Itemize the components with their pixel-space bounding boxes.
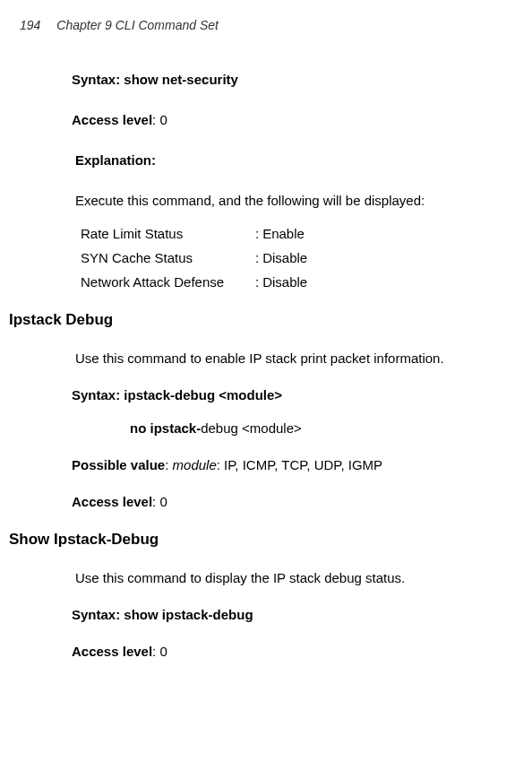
ipstack-desc: Use this command to enable IP stack prin… [0, 351, 532, 366]
access-level-line: Access level: 0 [0, 494, 532, 509]
access-value: : 0 [152, 494, 167, 509]
output-value: Enable [262, 226, 305, 241]
output-sep: : [255, 250, 259, 265]
access-label: Access level [72, 494, 152, 509]
syntax-line: Syntax: show net-security [0, 72, 532, 87]
page-header: 194 Chapter 9 CLI Command Set [0, 0, 532, 37]
output-row: Network Attack Defense : Disable [81, 274, 532, 290]
output-row: Rate Limit Status : Enable [81, 226, 532, 241]
output-value: Disable [262, 250, 307, 265]
header-dots: . . . . . . . [0, 36, 49, 43]
possible-italic: module [173, 457, 217, 472]
show-ipstack-desc: Use this command to display the IP stack… [0, 570, 532, 585]
syntax-line: Syntax: show ipstack-debug [0, 607, 532, 622]
chapter-title: Chapter 9 CLI Command Set [56, 18, 219, 32]
syntax-label: Syntax: [72, 607, 120, 622]
syntax-value: ipstack-debug <module> [124, 387, 282, 402]
output-row: SYN Cache Status : Disable [81, 250, 532, 265]
possible-sep: : [165, 457, 172, 472]
output-label: Network Attack Defense [81, 274, 255, 290]
possible-rest: : IP, ICMP, TCP, UDP, IGMP [217, 457, 382, 472]
explanation-label: Explanation: [0, 152, 532, 168]
explanation-text: Execute this command, and the following … [0, 193, 532, 208]
syntax-line: Syntax: ipstack-debug <module> [0, 387, 532, 402]
syntax2-rest: debug <module> [201, 420, 302, 436]
syntax-line-2: no ipstack-debug <module> [0, 420, 532, 436]
section-heading-show-ipstack: Show Ipstack-Debug [0, 531, 532, 549]
possible-label: Possible value [72, 457, 165, 472]
access-label: Access level [72, 644, 152, 659]
syntax2-bold: no ipstack- [130, 420, 201, 436]
access-level-line: Access level: 0 [0, 644, 532, 659]
access-value: : 0 [152, 644, 167, 659]
page-content: Syntax: show net-security Access level: … [0, 37, 532, 659]
output-label: SYN Cache Status [81, 250, 255, 265]
section-heading-ipstack: Ipstack Debug [0, 311, 532, 329]
syntax-value: show net-security [124, 72, 238, 87]
syntax-label: Syntax: [72, 72, 120, 87]
access-level-line: Access level: 0 [0, 112, 532, 127]
syntax-label: Syntax: [72, 387, 120, 402]
page-number: 194 [20, 18, 40, 32]
possible-value-line: Possible value: module: IP, ICMP, TCP, U… [0, 457, 532, 472]
output-table: Rate Limit Status : Enable SYN Cache Sta… [0, 226, 532, 290]
output-sep: : [255, 226, 259, 241]
output-value: Disable [262, 274, 307, 290]
output-sep: : [255, 274, 259, 290]
access-label: Access level [72, 112, 152, 127]
output-label: Rate Limit Status [81, 226, 255, 241]
access-value: : 0 [152, 112, 167, 127]
syntax-value: show ipstack-debug [124, 607, 253, 622]
